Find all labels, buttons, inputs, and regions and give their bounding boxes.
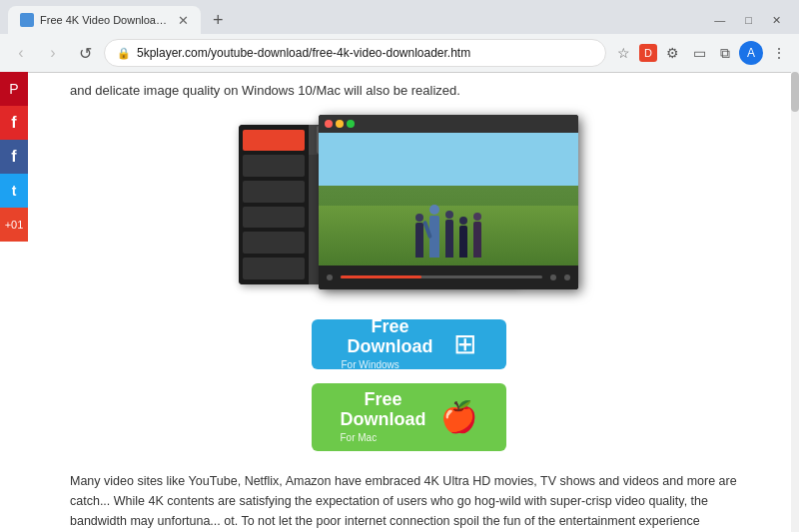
window-controls: — □ ✕ — [708, 12, 791, 29]
mac-btn-text: Free Download For Mac — [341, 390, 426, 443]
top-paragraph: and delicate image quality on Windows 10… — [70, 73, 747, 115]
back-button[interactable]: ‹ — [8, 40, 34, 66]
toolbar-icons: ☆ D ⚙ ▭ ⧉ A ⋮ — [612, 41, 791, 65]
facebook-button[interactable]: f — [0, 140, 28, 174]
bottom-paragraph: Many video sites like YouTube, Netflix, … — [70, 471, 747, 533]
close-button[interactable]: ✕ — [766, 12, 787, 29]
address-bar-row: ‹ › ↺ 🔒 5kplayer.com/youtube-download/fr… — [0, 34, 799, 72]
sidebar-row-6 — [243, 258, 305, 279]
menu-icon[interactable]: ⋮ — [767, 42, 791, 64]
mac-download-main-text: Free Download — [341, 390, 426, 430]
windows-download-sub-text: For Windows — [342, 359, 400, 370]
video-content — [319, 133, 578, 266]
flipboard-button[interactable]: f — [0, 106, 28, 140]
url-text: 5kplayer.com/youtube-download/free-4k-vi… — [137, 46, 470, 60]
progress-fill — [341, 275, 421, 278]
sidebar-row-1 — [243, 130, 305, 152]
flipboard-icon: f — [11, 114, 16, 132]
refresh-button[interactable]: ↺ — [72, 40, 98, 66]
scrollbar-thumb[interactable] — [791, 72, 799, 112]
mac-download-sub-text: For Mac — [341, 432, 378, 443]
main-content: and delicate image quality on Windows 10… — [30, 73, 787, 532]
webpage: and delicate image quality on Windows 10… — [0, 73, 799, 532]
movie-scene — [319, 133, 578, 266]
windows-download-button[interactable]: Free Download For Windows ⊞ — [312, 319, 506, 369]
twitter-icon: t — [12, 183, 17, 199]
sidebar-row-2 — [243, 155, 305, 177]
tab-bar: Free 4K Video Downloader for Fr... ✕ + —… — [0, 0, 799, 34]
profile-button[interactable]: A — [739, 41, 763, 65]
close-dot — [325, 120, 333, 128]
extension-icon[interactable]: D — [639, 44, 657, 62]
maximize-button[interactable]: □ — [739, 12, 758, 28]
social-sidebar: P f f t +01 — [0, 72, 28, 242]
tab-close-button[interactable]: ✕ — [178, 13, 189, 28]
settings-icon[interactable]: ⚙ — [661, 42, 684, 64]
twitter-button[interactable]: t — [0, 174, 28, 208]
tab-title: Free 4K Video Downloader for Fr... — [40, 14, 170, 26]
mac-download-button[interactable]: Free Download For Mac 🍎 — [312, 383, 506, 451]
facebook-icon: f — [11, 148, 16, 166]
new-tab-button[interactable]: + — [209, 10, 228, 31]
sidebar-row-5 — [243, 232, 305, 254]
pinterest-button[interactable]: P — [0, 72, 28, 106]
forward-button[interactable]: › — [40, 40, 66, 66]
sidebar-row-3 — [243, 181, 305, 203]
addthis-icon: +01 — [5, 219, 24, 231]
ctrl-dot-3 — [564, 274, 570, 280]
addthis-button[interactable]: +01 — [0, 208, 28, 242]
scrollbar[interactable] — [791, 72, 799, 532]
pinterest-icon: P — [9, 81, 18, 97]
window-titlebar — [319, 115, 578, 133]
browser-chrome: Free 4K Video Downloader for Fr... ✕ + —… — [0, 0, 799, 73]
tab-list-icon[interactable]: ⧉ — [715, 42, 735, 65]
app-sidebar — [239, 125, 309, 284]
minimize-dot — [336, 120, 344, 128]
active-tab[interactable]: Free 4K Video Downloader for Fr... ✕ — [8, 6, 201, 34]
address-bar[interactable]: 🔒 5kplayer.com/youtube-download/free-4k-… — [104, 39, 606, 67]
ctrl-dot-1 — [327, 274, 333, 280]
video-controls — [319, 266, 578, 289]
bookmark-icon[interactable]: ☆ — [612, 42, 635, 64]
lock-icon: 🔒 — [117, 47, 131, 60]
windows-logo-icon: ⊞ — [453, 327, 476, 360]
tab-favicon — [20, 13, 34, 27]
apple-logo-icon: 🍎 — [440, 399, 477, 434]
cast-icon[interactable]: ▭ — [688, 42, 711, 64]
app-screenshot-container — [70, 115, 747, 299]
windows-download-main-text: Free Download — [342, 317, 439, 357]
minimize-button[interactable]: — — [708, 12, 731, 28]
sidebar-row-4 — [243, 207, 305, 229]
download-section: Free Download For Windows ⊞ Free Downloa… — [70, 319, 747, 451]
app-screenshot — [239, 115, 578, 289]
expand-dot — [347, 120, 355, 128]
progress-bar — [341, 275, 542, 278]
front-video-window — [319, 115, 578, 289]
windows-btn-text: Free Download For Windows — [342, 317, 439, 370]
ctrl-dot-2 — [550, 274, 556, 280]
